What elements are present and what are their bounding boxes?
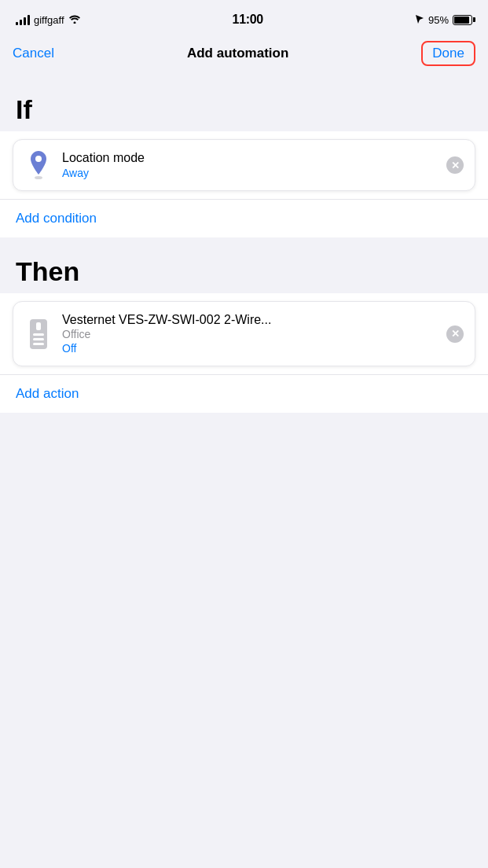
battery-icon [453, 15, 472, 25]
section-divider-mid [0, 237, 488, 244]
signal-bars-icon [16, 14, 30, 25]
status-left: giffgaff [16, 13, 81, 26]
signal-bar-1 [16, 22, 18, 25]
nav-title: Add automation [187, 46, 288, 61]
cancel-button[interactable]: Cancel [13, 46, 54, 61]
location-condition-card[interactable]: Location mode Away ✕ [13, 139, 475, 191]
svg-point-0 [35, 176, 42, 179]
location-pin-icon [28, 151, 50, 179]
carrier-label: giffgaff [34, 14, 64, 26]
battery-fill [454, 17, 469, 24]
battery-percent-label: 95% [428, 14, 449, 26]
condition-remove-icon: ✕ [451, 160, 460, 171]
nav-bar: Cancel Add automation Done [0, 35, 488, 75]
add-action-row[interactable]: Add action [0, 374, 488, 413]
add-action-button[interactable]: Add action [16, 386, 79, 401]
if-condition-container: Location mode Away ✕ [0, 131, 488, 199]
condition-remove-button[interactable]: ✕ [446, 156, 464, 174]
wifi-icon [68, 13, 81, 26]
condition-title: Location mode [62, 151, 437, 165]
svg-rect-3 [36, 322, 41, 330]
svg-point-1 [35, 156, 42, 162]
device-action-card[interactable]: Vesternet VES-ZW-SWI-002 2-Wire... Offic… [13, 301, 475, 366]
if-heading: If [16, 94, 32, 124]
condition-text: Location mode Away [62, 151, 437, 179]
action-text: Vesternet VES-ZW-SWI-002 2-Wire... Offic… [62, 313, 437, 355]
action-detail: Off [62, 342, 437, 355]
status-bar: giffgaff 11:00 95% [0, 0, 488, 35]
action-room: Office [62, 328, 437, 340]
then-action-container: Vesternet VES-ZW-SWI-002 2-Wire... Offic… [0, 293, 488, 374]
switch-device-icon [28, 318, 50, 350]
condition-subtitle: Away [62, 167, 437, 179]
signal-bar-3 [24, 17, 26, 25]
action-remove-button[interactable]: ✕ [446, 326, 464, 343]
svg-rect-6 [33, 343, 44, 345]
add-condition-row[interactable]: Add condition [0, 199, 488, 237]
status-right: 95% [415, 14, 472, 26]
action-remove-icon: ✕ [451, 329, 460, 339]
location-icon-wrap [24, 151, 53, 179]
switch-icon-wrap [24, 320, 53, 348]
signal-bar-2 [20, 20, 22, 25]
svg-rect-4 [33, 333, 44, 336]
section-divider-top [0, 75, 488, 82]
signal-bar-4 [28, 15, 30, 25]
add-condition-button[interactable]: Add condition [16, 211, 97, 226]
status-time: 11:00 [233, 13, 263, 27]
then-section-header: Then [0, 244, 488, 293]
done-button[interactable]: Done [421, 41, 475, 66]
if-section-header: If [0, 82, 488, 131]
location-arrow-icon [415, 14, 424, 26]
action-title: Vesternet VES-ZW-SWI-002 2-Wire... [62, 313, 437, 327]
then-heading: Then [16, 256, 79, 286]
svg-rect-5 [33, 338, 44, 340]
bottom-area [0, 413, 488, 649]
